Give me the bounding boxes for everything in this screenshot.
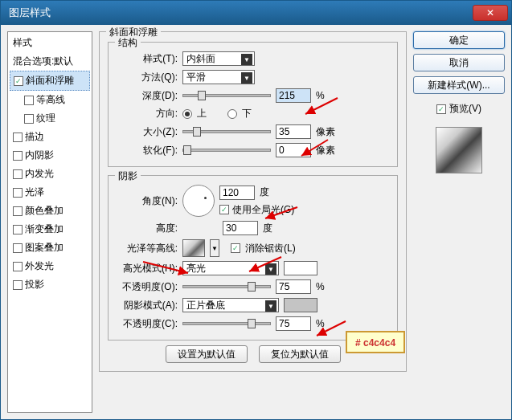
sidebar-item-contour[interactable]: 等高线 — [10, 91, 90, 109]
altitude-field[interactable]: 30 — [223, 221, 258, 235]
soften-slider[interactable] — [182, 149, 271, 152]
checkbox-icon[interactable] — [13, 225, 23, 234]
highlight-opacity-unit: % — [316, 281, 325, 292]
sidebar-item-drop-shadow[interactable]: 投影 — [10, 275, 90, 294]
window-title: 图层样式 — [4, 6, 473, 20]
altitude-label: 高度: — [115, 222, 178, 235]
shading-title: 阴影 — [115, 169, 141, 183]
shadow-opacity-field[interactable]: 75 — [276, 316, 311, 331]
sidebar-item-gradient-overlay[interactable]: 渐变叠加 — [10, 220, 90, 239]
shadow-color-swatch[interactable] — [284, 298, 317, 312]
gloss-contour-picker[interactable] — [182, 239, 205, 257]
depth-slider[interactable] — [182, 94, 271, 97]
style-label: 样式(T): — [115, 52, 178, 66]
close-icon: ✕ — [486, 7, 494, 18]
style-dropdown[interactable]: 内斜面▼ — [182, 51, 255, 66]
checkbox-icon[interactable] — [13, 243, 23, 253]
reset-default-button[interactable]: 复位为默认值 — [259, 345, 341, 363]
checkbox-icon[interactable] — [13, 151, 23, 161]
highlight-mode-label: 高光模式(H): — [115, 262, 178, 275]
soften-unit: 像素 — [316, 144, 335, 157]
sidebar-item-blending[interactable]: 混合选项:默认 — [10, 52, 90, 71]
shadow-opacity-slider[interactable] — [182, 322, 271, 325]
preview-label: 预览(V) — [449, 102, 481, 116]
shadow-mode-label: 阴影模式(A): — [115, 299, 178, 312]
sidebar-item-bevel[interactable]: ✓斜面和浮雕 — [10, 71, 90, 91]
sidebar-item-pattern-overlay[interactable]: 图案叠加 — [10, 239, 90, 257]
preview-checkbox[interactable]: ✓ — [436, 104, 446, 114]
soften-label: 软化(F): — [115, 144, 178, 157]
chevron-down-icon: ▼ — [265, 300, 276, 312]
checkbox-icon[interactable] — [13, 169, 23, 179]
chevron-down-icon: ▼ — [241, 72, 252, 84]
angle-unit: 度 — [260, 186, 269, 199]
size-slider[interactable] — [182, 130, 271, 133]
soften-field[interactable]: 0 — [276, 143, 311, 157]
depth-field[interactable]: 215 — [276, 88, 311, 103]
direction-down-radio[interactable] — [227, 109, 237, 119]
angle-field[interactable]: 120 — [219, 186, 255, 200]
sidebar-item-texture[interactable]: 纹理 — [10, 109, 90, 128]
global-light-label: 使用全局光(G) — [232, 203, 294, 217]
technique-dropdown[interactable]: 平滑▼ — [182, 70, 255, 84]
sidebar-item-outer-glow[interactable]: 外发光 — [10, 257, 90, 275]
shadow-opacity-unit: % — [316, 318, 325, 329]
chevron-down-icon[interactable]: ▼ — [210, 239, 219, 257]
sidebar-item-styles[interactable]: 样式 — [10, 34, 90, 52]
checkbox-icon[interactable] — [13, 188, 23, 198]
close-button[interactable]: ✕ — [473, 5, 508, 21]
depth-label: 深度(D): — [115, 89, 178, 103]
annotation-color-note: # c4c4c4 — [346, 331, 405, 353]
bevel-panel: 斜面和浮雕 结构 样式(T): 内斜面▼ 方法(Q): 平滑▼ 深度(D): — [99, 31, 407, 372]
highlight-opacity-field[interactable]: 75 — [276, 279, 311, 294]
depth-unit: % — [316, 90, 325, 101]
checkbox-icon[interactable] — [13, 206, 23, 216]
altitude-unit: 度 — [263, 222, 272, 235]
gloss-label: 光泽等高线: — [115, 242, 178, 255]
sidebar-item-inner-shadow[interactable]: 内阴影 — [10, 146, 90, 165]
global-light-checkbox[interactable]: ✓ — [219, 205, 229, 214]
style-sidebar: 样式 混合选项:默认 ✓斜面和浮雕 等高线 纹理 描边 内阴影 内发光 光泽 颜… — [7, 31, 92, 413]
highlight-opacity-slider[interactable] — [182, 285, 271, 288]
shadow-mode-dropdown[interactable]: 正片叠底▼ — [182, 298, 279, 312]
structure-group: 结构 样式(T): 内斜面▼ 方法(Q): 平滑▼ 深度(D): 215 — [108, 42, 398, 167]
antialias-label: 消除锯齿(L) — [245, 242, 296, 255]
highlight-color-swatch[interactable] — [284, 261, 317, 275]
chevron-down-icon: ▼ — [265, 263, 276, 275]
angle-label: 角度(N): — [115, 194, 178, 208]
sidebar-item-satin[interactable]: 光泽 — [10, 183, 90, 202]
titlebar: 图层样式 ✕ — [1, 1, 511, 25]
new-style-button[interactable]: 新建样式(W)... — [413, 76, 505, 94]
preview-thumbnail — [436, 127, 482, 173]
direction-label: 方向: — [115, 107, 178, 120]
angle-control[interactable] — [182, 185, 215, 217]
ok-button[interactable]: 确定 — [413, 31, 505, 49]
sidebar-item-inner-glow[interactable]: 内发光 — [10, 165, 90, 183]
highlight-mode-dropdown[interactable]: 亮光▼ — [182, 261, 279, 275]
checkbox-icon[interactable] — [24, 114, 34, 124]
technique-label: 方法(Q): — [115, 71, 178, 84]
direction-up-radio[interactable] — [182, 109, 192, 119]
cancel-button[interactable]: 取消 — [413, 54, 505, 71]
sidebar-item-color-overlay[interactable]: 颜色叠加 — [10, 202, 90, 220]
checkbox-icon[interactable] — [13, 280, 23, 290]
make-default-button[interactable]: 设置为默认值 — [166, 345, 248, 363]
size-label: 大小(Z): — [115, 125, 178, 139]
checkbox-icon[interactable]: ✓ — [14, 76, 23, 86]
sidebar-item-stroke[interactable]: 描边 — [10, 128, 90, 146]
shading-group: 阴影 角度(N): 120 度 ✓ 使用 — [108, 175, 398, 340]
antialias-checkbox[interactable]: ✓ — [231, 243, 240, 253]
size-unit: 像素 — [316, 125, 335, 139]
highlight-opacity-label: 不透明度(O): — [115, 280, 178, 294]
chevron-down-icon: ▼ — [241, 54, 252, 65]
shadow-opacity-label: 不透明度(C): — [115, 317, 178, 331]
checkbox-icon[interactable] — [13, 262, 23, 271]
structure-title: 结构 — [115, 36, 141, 50]
size-field[interactable]: 35 — [276, 124, 311, 139]
checkbox-icon[interactable] — [13, 133, 23, 142]
checkbox-icon[interactable] — [24, 96, 34, 105]
